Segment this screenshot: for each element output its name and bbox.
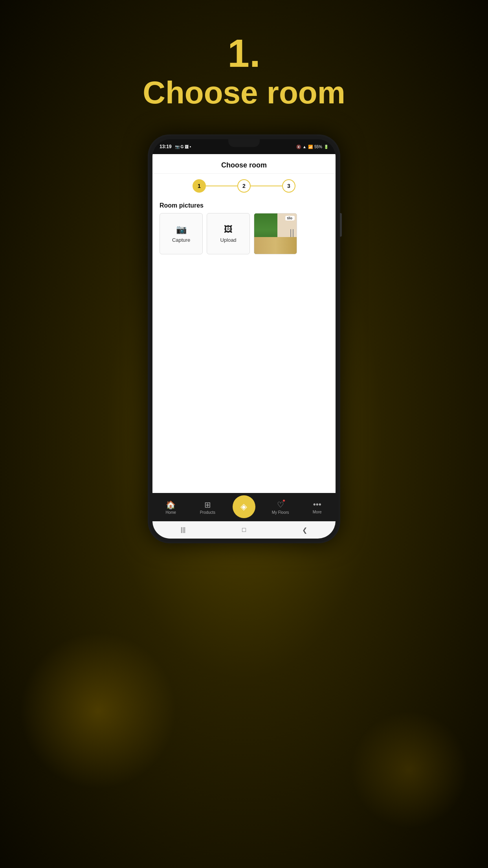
upload-label: Upload <box>220 237 236 243</box>
home-button[interactable]: □ <box>242 526 246 533</box>
background-heading-number: 1. <box>227 31 260 75</box>
bottom-nav: 🏠 Home ⊞ Products ◈ ♡ My Floors <box>152 493 336 521</box>
capture-card[interactable]: 📷 Capture <box>160 213 203 254</box>
back-button[interactable]: ❮ <box>302 526 307 534</box>
nav-item-more[interactable]: ••• More <box>305 500 329 514</box>
room-preview-image[interactable]: tilo <box>254 213 297 254</box>
recent-apps-button[interactable]: ||| <box>181 526 185 533</box>
layers-icon: ◈ <box>240 502 247 512</box>
phone-notch <box>228 139 260 147</box>
nav-item-home[interactable]: 🏠 Home <box>159 500 183 515</box>
status-time: 13:19 <box>160 144 172 149</box>
camera-icon: 📷 <box>176 224 187 235</box>
room-pictures-row: 📷 Capture 🖼 Upload <box>152 213 336 254</box>
mute-icon: 🔇 <box>296 145 301 149</box>
products-label: Products <box>200 510 215 515</box>
steps-indicator: 1 2 3 <box>152 174 336 197</box>
room-pictures-label: Room pictures <box>152 197 336 213</box>
my-floors-label: My Floors <box>272 510 289 515</box>
screen-title: Choose room <box>160 161 328 169</box>
nav-item-products[interactable]: ⊞ Products <box>196 500 219 515</box>
main-content-area <box>152 254 336 493</box>
products-icon: ⊞ <box>204 500 211 509</box>
home-label: Home <box>165 510 176 515</box>
battery-icon: 🔋 <box>324 145 328 149</box>
capture-label: Capture <box>172 237 190 243</box>
more-label: More <box>313 510 322 514</box>
system-nav-bar: ||| □ ❮ <box>152 521 336 539</box>
background-heading-label: Choose room <box>143 75 345 111</box>
phone-side-button <box>340 213 342 237</box>
phone-frame: 13:19 📷 G 🖼 • 🔇 ▲ 📶 55% 🔋 Choose room 1 <box>148 134 340 543</box>
upload-card[interactable]: 🖼 Upload <box>207 213 250 254</box>
wifi-icon: ▲ <box>303 145 306 149</box>
nav-item-my-floors[interactable]: ♡ My Floors <box>269 500 292 515</box>
status-icons-left: 📷 G 🖼 • <box>175 145 191 149</box>
step-line-2 <box>251 186 282 186</box>
home-icon: 🏠 <box>166 500 176 509</box>
signal-icon: 📶 <box>308 145 313 149</box>
nav-center-button[interactable]: ◈ <box>233 495 255 518</box>
battery-level: 55% <box>314 145 322 149</box>
step-line-1 <box>206 186 237 186</box>
more-dots-icon: ••• <box>313 500 321 509</box>
step-2[interactable]: 2 <box>237 179 251 193</box>
step-3[interactable]: 3 <box>282 179 295 193</box>
upload-icon: 🖼 <box>224 224 233 235</box>
screen-header: Choose room <box>152 154 336 174</box>
heart-icon: ♡ <box>277 500 284 509</box>
step-1[interactable]: 1 <box>193 179 206 193</box>
